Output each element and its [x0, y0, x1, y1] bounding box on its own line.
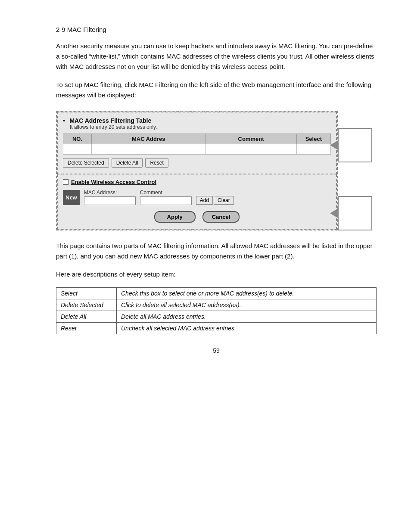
- mac-table-section: • MAC Address Filtering Table It allows …: [57, 112, 337, 174]
- callout-box-1: [338, 128, 372, 162]
- desc-definition: Check this box to select one or more MAC…: [117, 288, 377, 299]
- comment-group: Comment:: [140, 190, 192, 205]
- col-mac: MAC Addres: [92, 134, 206, 144]
- desc-definition: Click to delete all selected MAC address…: [117, 299, 377, 311]
- ui-main: • MAC Address Filtering Table It allows …: [56, 111, 338, 230]
- apply-button[interactable]: Apply: [154, 211, 196, 223]
- cancel-button[interactable]: Cancel: [202, 211, 240, 223]
- desc-table-row: SelectCheck this box to select one or mo…: [56, 288, 377, 299]
- mac-table-header: • MAC Address Filtering Table It allows …: [63, 117, 331, 130]
- wireless-section: Enable Wireless Access Control New MAC A…: [57, 174, 337, 230]
- desc-term: Reset: [56, 323, 117, 334]
- mac-address-table: NO. MAC Addres Comment Select: [63, 134, 331, 155]
- new-badge: New: [63, 190, 80, 205]
- paragraph-3: This page contains two parts of MAC filt…: [56, 241, 377, 261]
- ui-screenshot: • MAC Address Filtering Table It allows …: [56, 111, 377, 230]
- desc-term: Select: [56, 288, 117, 299]
- paragraph-4: Here are descriptions of every setup ite…: [56, 269, 377, 280]
- col-no: NO.: [63, 134, 92, 144]
- description-table: SelectCheck this box to select one or mo…: [56, 287, 377, 334]
- page-number: 59: [56, 347, 377, 354]
- wireless-header: Enable Wireless Access Control: [63, 179, 331, 185]
- section-title: 2-9 MAC Filtering: [56, 26, 377, 33]
- new-row: New MAC Address: Comment: Add Clear: [63, 190, 331, 205]
- mac-table-subtitle: It allows to entry 20 sets address only.: [70, 124, 331, 130]
- mac-address-group: MAC Address:: [84, 190, 136, 205]
- mac-address-label: MAC Address:: [84, 190, 136, 196]
- paragraph-2: To set up MAC filtering, click MAC Filte…: [56, 80, 377, 100]
- delete-selected-button[interactable]: Delete Selected: [63, 158, 109, 168]
- desc-table-row: Delete AllDelete all MAC address entries…: [56, 311, 377, 323]
- desc-table-row: Delete SelectedClick to delete all selec…: [56, 299, 377, 311]
- col-select: Select: [296, 134, 330, 144]
- mac-table-title: MAC Address Filtering Table: [69, 117, 151, 124]
- col-comment: Comment: [206, 134, 296, 144]
- add-button[interactable]: Add: [196, 196, 213, 205]
- table-buttons: Delete Selected Delete All Reset: [63, 158, 331, 168]
- enable-wireless-checkbox[interactable]: [63, 179, 68, 185]
- desc-definition: Delete all MAC address entries.: [117, 311, 377, 323]
- mac-address-input[interactable]: [84, 196, 136, 205]
- table-row-empty: [63, 144, 331, 155]
- desc-term: Delete All: [56, 311, 117, 323]
- add-clear-buttons: Add Clear: [196, 196, 234, 205]
- callout-container: [338, 111, 377, 230]
- clear-button[interactable]: Clear: [214, 196, 234, 205]
- wireless-label: Enable Wireless Access Control: [71, 179, 156, 185]
- delete-all-button[interactable]: Delete All: [112, 158, 143, 168]
- comment-input[interactable]: [140, 196, 192, 205]
- desc-definition: Uncheck all selected MAC address entries…: [117, 323, 377, 334]
- apply-cancel-row: Apply Cancel: [63, 211, 331, 223]
- desc-table-row: ResetUncheck all selected MAC address en…: [56, 323, 377, 334]
- callout-box-2: [338, 196, 372, 230]
- paragraph-1: Another security measure you can use to …: [56, 41, 377, 72]
- comment-label: Comment:: [140, 190, 192, 196]
- desc-term: Delete Selected: [56, 299, 117, 311]
- reset-button[interactable]: Reset: [145, 158, 168, 168]
